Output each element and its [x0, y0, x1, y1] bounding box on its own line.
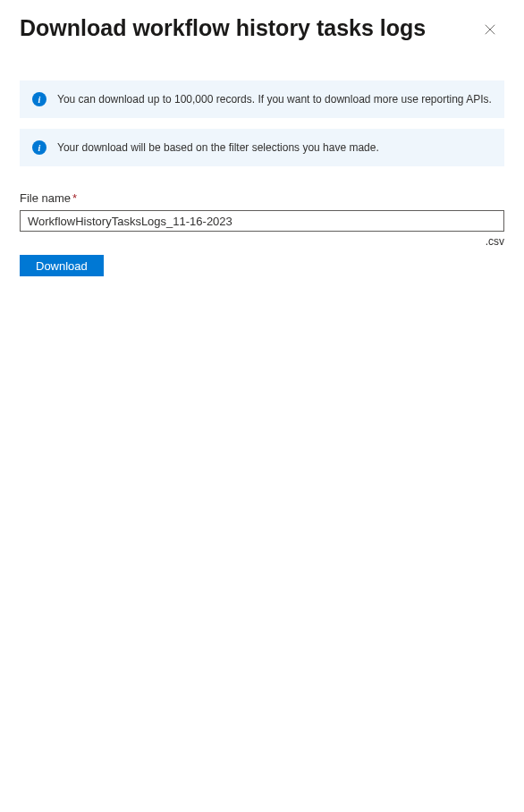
file-name-input[interactable] — [20, 210, 504, 232]
download-panel: Download workflow history tasks logs i Y… — [0, 0, 524, 812]
info-message-records: i You can download up to 100,000 records… — [20, 80, 504, 118]
file-name-label: File name* — [20, 191, 504, 205]
close-button[interactable] — [476, 16, 504, 45]
info-message-filter: i Your download will be based on the fil… — [20, 129, 504, 166]
form-section: File name* .csv Download — [20, 191, 504, 276]
info-icon: i — [32, 92, 46, 106]
info-icon: i — [32, 140, 46, 155]
close-icon — [484, 23, 496, 38]
file-extension-label: .csv — [20, 235, 504, 248]
download-button[interactable]: Download — [20, 255, 104, 276]
panel-title: Download workflow history tasks logs — [20, 14, 426, 41]
info-text: You can download up to 100,000 records. … — [57, 93, 492, 106]
info-text: Your download will be based on the filte… — [57, 141, 379, 154]
panel-header: Download workflow history tasks logs — [20, 14, 504, 45]
required-indicator: * — [72, 191, 77, 205]
